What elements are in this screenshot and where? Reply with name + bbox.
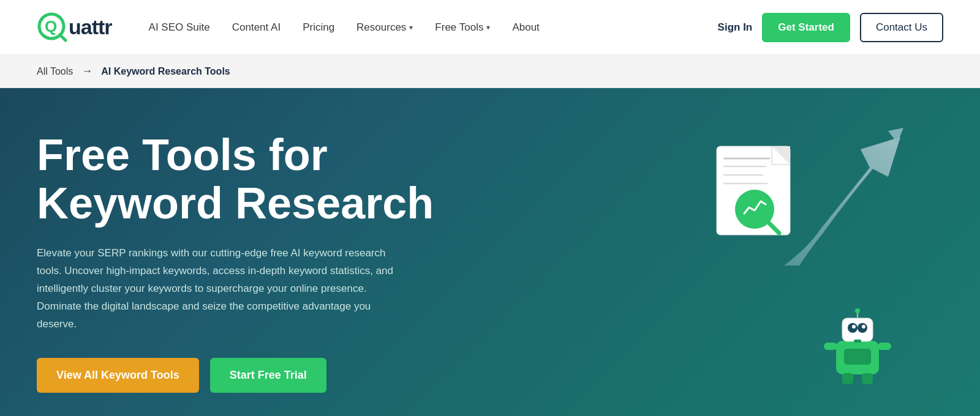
breadcrumb: All Tools → AI Keyword Research Tools (0, 55, 980, 88)
contact-us-button[interactable]: Contact Us (860, 13, 943, 42)
svg-rect-20 (844, 349, 871, 365)
hero-subtitle: Elevate your SERP rankings with our cutt… (37, 245, 404, 333)
svg-rect-19 (854, 340, 861, 343)
nav-about[interactable]: About (512, 21, 539, 34)
nav-pricing[interactable]: Pricing (303, 21, 334, 34)
logo[interactable]: Q uattr (37, 12, 112, 43)
svg-point-18 (855, 308, 860, 313)
svg-rect-24 (862, 373, 873, 384)
svg-rect-12 (842, 318, 873, 341)
hero-content: Free Tools for Keyword Research Elevate … (37, 125, 453, 393)
logo-text: uattr (69, 15, 112, 39)
start-free-trial-button[interactable]: Start Free Trial (210, 358, 326, 393)
header: Q uattr AI SEO Suite Content AI Pricing … (0, 0, 980, 55)
hero-section: Free Tools for Keyword Research Elevate … (0, 88, 980, 416)
svg-text:Q: Q (45, 17, 57, 35)
hero-buttons: View All Keyword Tools Start Free Trial (37, 358, 453, 393)
breadcrumb-arrow-icon: → (81, 65, 92, 78)
robot-icon (821, 307, 894, 387)
svg-point-15 (852, 325, 856, 329)
get-started-button[interactable]: Get Started (762, 13, 850, 42)
breadcrumb-all-tools[interactable]: All Tools (37, 66, 73, 77)
nav-content-ai[interactable]: Content AI (232, 21, 281, 34)
hero-illustration (453, 125, 943, 393)
header-actions: Sign In Get Started Contact Us (718, 13, 943, 42)
document-search-icon (710, 137, 809, 247)
free-tools-chevron-icon: ▾ (486, 23, 490, 32)
nav-free-tools[interactable]: Free Tools ▾ (435, 21, 490, 34)
main-nav: AI SEO Suite Content AI Pricing Resource… (149, 21, 693, 34)
view-keyword-tools-button[interactable]: View All Keyword Tools (37, 358, 199, 393)
nav-ai-seo-suite[interactable]: AI SEO Suite (149, 21, 210, 34)
svg-rect-23 (842, 373, 853, 384)
svg-line-2 (60, 35, 66, 40)
hero-title: Free Tools for Keyword Research (37, 131, 453, 228)
svg-point-16 (862, 325, 865, 329)
nav-resources[interactable]: Resources ▾ (356, 21, 413, 34)
resources-chevron-icon: ▾ (409, 23, 413, 32)
breadcrumb-current-page: AI Keyword Research Tools (101, 66, 230, 77)
svg-rect-22 (878, 343, 891, 350)
svg-rect-21 (824, 343, 837, 350)
sign-in-link[interactable]: Sign In (718, 21, 753, 34)
